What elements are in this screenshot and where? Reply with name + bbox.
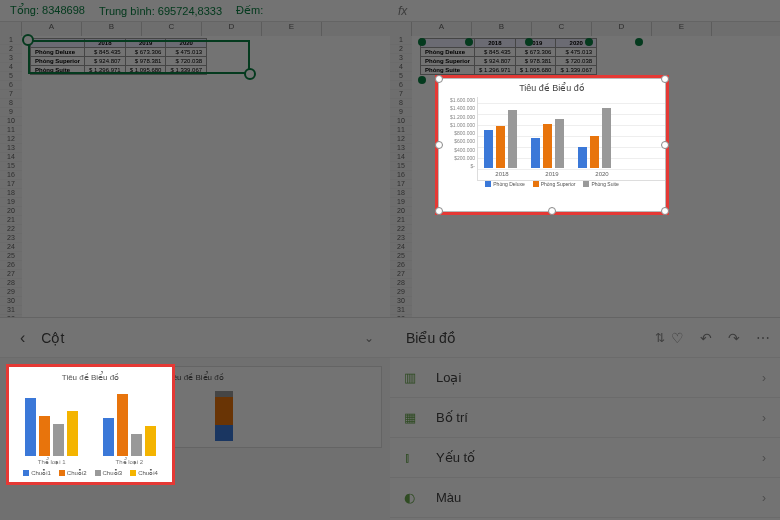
- spreadsheet[interactable]: A B C D E 123456789101112131415161718192…: [0, 22, 390, 317]
- avg-stat: Trung bình: 695724,8333: [99, 5, 222, 17]
- resize-handle[interactable]: [435, 207, 443, 215]
- col-header[interactable]: B: [472, 22, 532, 36]
- dropdown-icon[interactable]: ⌄: [358, 331, 380, 345]
- chart-picker: ‹ Cột ⌄ Tiêu đề Biểu đồ Thể loại 1Thể lo…: [0, 317, 390, 520]
- resize-handle[interactable]: [661, 207, 669, 215]
- col-header[interactable]: B: [82, 22, 142, 36]
- stats-bar: Tổng: 8348698 Trung bình: 695724,8333 Đế…: [0, 0, 390, 22]
- selection-dot[interactable]: [525, 38, 533, 46]
- menu-item-màu[interactable]: ◐Màu›: [390, 478, 780, 518]
- menu-label: Yếu tố: [436, 450, 762, 465]
- col-header[interactable]: A: [412, 22, 472, 36]
- chevron-right-icon: ›: [762, 411, 766, 425]
- chart-type-stacked[interactable]: Tiêu đề Biểu đồ: [8, 366, 382, 448]
- thumb-title: Tiêu đề Biểu đồ: [15, 373, 375, 382]
- col-header[interactable]: E: [652, 22, 712, 36]
- left-screen: Tổng: 8348698 Trung bình: 695724,8333 Đế…: [0, 0, 390, 520]
- selection-dot[interactable]: [418, 76, 426, 84]
- spreadsheet[interactable]: A B C D E 123456789101112131415161718192…: [390, 22, 780, 317]
- selection-handle[interactable]: [22, 34, 34, 46]
- selection-dot[interactable]: [585, 38, 593, 46]
- chevron-right-icon: ›: [762, 371, 766, 385]
- lightbulb-icon[interactable]: ♡: [671, 330, 684, 346]
- menu-item-loại[interactable]: ▥Loại›: [390, 358, 780, 398]
- resize-handle[interactable]: [661, 75, 669, 83]
- chevron-right-icon: ›: [762, 491, 766, 505]
- panel-title: Biểu đồ: [400, 330, 649, 346]
- menu-icon: ◐: [404, 490, 426, 505]
- selection-range[interactable]: [28, 40, 250, 74]
- menu-icon: ⫿: [404, 450, 426, 465]
- col-header[interactable]: E: [262, 22, 322, 36]
- formula-bar[interactable]: fx: [390, 0, 780, 22]
- y-axis: $1.600.000$1.400.000$1.200.000$1.000.000…: [439, 97, 477, 181]
- fx-label: fx: [398, 4, 407, 18]
- chart-title: Tiêu đề Biểu đồ: [439, 79, 665, 97]
- menu-label: Loại: [436, 370, 762, 385]
- col-header[interactable]: C: [532, 22, 592, 36]
- menu-item-yếu tố[interactable]: ⫿Yếu tố›: [390, 438, 780, 478]
- count-stat: Đếm:: [236, 4, 263, 17]
- selection-dot[interactable]: [418, 38, 426, 46]
- data-table[interactable]: 201820192020 Phòng Deluxe$ 845.435$ 673.…: [420, 38, 597, 75]
- chart-plot: [477, 97, 665, 181]
- resize-handle[interactable]: [661, 141, 669, 149]
- more-icon[interactable]: ⋯: [756, 330, 770, 346]
- undo-icon[interactable]: ↶: [700, 330, 712, 346]
- embedded-chart[interactable]: Tiêu đề Biểu đồ $1.600.000$1.400.000$1.2…: [438, 78, 666, 212]
- col-header[interactable]: D: [202, 22, 262, 36]
- menu-item-bố trí[interactable]: ▦Bố trí›: [390, 398, 780, 438]
- panel-title: Cột: [35, 330, 358, 346]
- redo-icon[interactable]: ↷: [728, 330, 740, 346]
- resize-handle[interactable]: [435, 141, 443, 149]
- chevron-right-icon: ›: [762, 451, 766, 465]
- sum-stat: Tổng: 8348698: [10, 4, 85, 17]
- selection-dot[interactable]: [465, 38, 473, 46]
- resize-handle[interactable]: [548, 207, 556, 215]
- selection-dot[interactable]: [635, 38, 643, 46]
- menu-icon: ▥: [404, 370, 426, 385]
- chart-menu: Biểu đồ ⇅ ♡ ↶ ↷ ⋯ ▥Loại›▦Bố trí›⫿Yếu tố›…: [390, 317, 780, 520]
- menu-icon: ▦: [404, 410, 426, 425]
- col-header[interactable]: D: [592, 22, 652, 36]
- menu-label: Màu: [436, 490, 762, 505]
- back-button[interactable]: ‹: [10, 329, 35, 347]
- expand-icon[interactable]: ⇅: [649, 331, 671, 345]
- col-header[interactable]: C: [142, 22, 202, 36]
- menu-label: Bố trí: [436, 410, 762, 425]
- resize-handle[interactable]: [435, 75, 443, 83]
- right-screen: fx A B C D E 123456789101112131415161718…: [390, 0, 780, 520]
- selection-handle[interactable]: [244, 68, 256, 80]
